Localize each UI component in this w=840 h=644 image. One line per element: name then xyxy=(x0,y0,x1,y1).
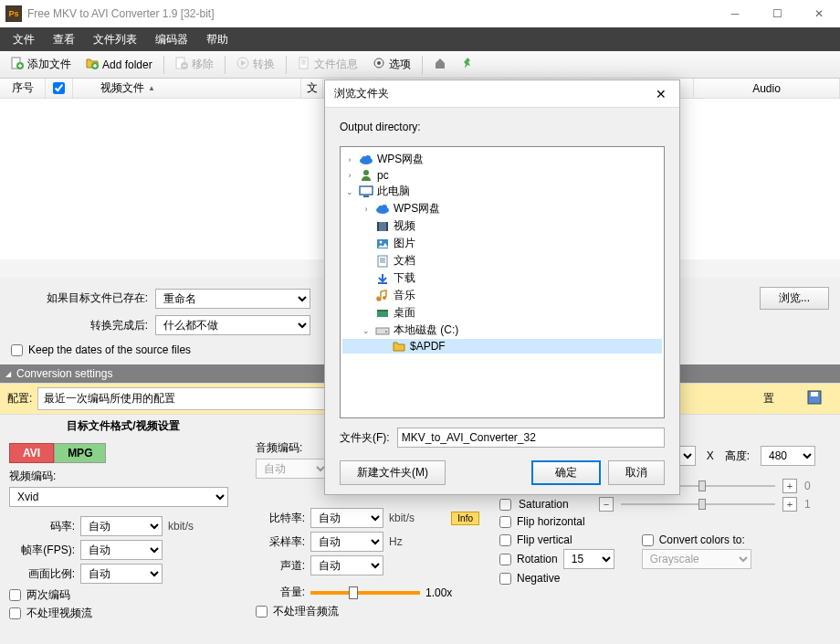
folder-tree[interactable]: ›WPS网盘›pc⌄此电脑›WPS网盘视频图片文档下载音乐桌面⌄本地磁盘 (C:… xyxy=(340,146,665,418)
convert-colors-checkbox[interactable] xyxy=(642,534,654,546)
flip-h-checkbox[interactable] xyxy=(499,516,511,528)
folder-name-input[interactable] xyxy=(397,428,665,448)
expand-icon[interactable]: ⌄ xyxy=(361,326,372,335)
tree-item-label: WPS网盘 xyxy=(377,152,424,167)
cancel-button[interactable]: 取消 xyxy=(608,460,665,485)
menu-help[interactable]: 帮助 xyxy=(197,28,237,51)
tree-item-label: 图片 xyxy=(394,236,415,251)
expand-icon[interactable]: › xyxy=(344,155,355,164)
tab-avi[interactable]: AVI xyxy=(9,443,54,463)
bitrate-select[interactable]: 自动 xyxy=(80,516,163,536)
tree-item[interactable]: ›pc xyxy=(342,168,662,183)
col-seq[interactable]: 序号 xyxy=(0,79,46,98)
tree-item[interactable]: 视频 xyxy=(342,217,662,235)
audio-bitrate-select[interactable]: 自动 xyxy=(310,508,383,528)
aspect-select[interactable]: 自动 xyxy=(80,564,163,584)
menu-view[interactable]: 查看 xyxy=(44,28,84,51)
expand-icon[interactable]: › xyxy=(361,205,372,214)
tree-item-label: 文档 xyxy=(394,253,415,269)
menu-file[interactable]: 文件 xyxy=(4,28,44,51)
channels-select[interactable]: 自动 xyxy=(310,555,383,575)
skip-video-checkbox[interactable] xyxy=(9,607,21,619)
minimize-button[interactable]: ─ xyxy=(714,0,756,27)
ok-button[interactable]: 确定 xyxy=(531,460,601,485)
if-exists-select[interactable]: 重命名 xyxy=(155,289,310,309)
add-folder-button[interactable]: Add folder xyxy=(80,54,158,75)
video-codec-select[interactable]: Xvid xyxy=(9,487,228,507)
svg-rect-16 xyxy=(363,195,369,197)
menu-file-list[interactable]: 文件列表 xyxy=(84,28,146,51)
x-label: X xyxy=(707,449,714,462)
tree-item-label: 音乐 xyxy=(394,288,415,303)
info-badge[interactable]: Info xyxy=(451,512,479,525)
tab-mpg[interactable]: MPG xyxy=(54,443,106,463)
fps-select[interactable]: 自动 xyxy=(80,540,163,560)
home-button[interactable] xyxy=(428,54,452,75)
aspect-label: 画面比例: xyxy=(9,566,75,582)
expand-icon[interactable]: › xyxy=(344,171,355,180)
truncated-label: 置 xyxy=(763,391,774,406)
col-audio[interactable]: Audio xyxy=(694,79,840,98)
drive-icon xyxy=(375,324,390,337)
tree-item[interactable]: ›WPS网盘 xyxy=(342,200,662,217)
collapse-icon: ◢ xyxy=(5,370,11,378)
svg-point-24 xyxy=(380,240,383,243)
flip-v-checkbox[interactable] xyxy=(499,534,511,546)
config-save-icon[interactable] xyxy=(807,390,822,407)
samplerate-label: 采样率: xyxy=(256,534,305,550)
svg-rect-29 xyxy=(377,310,388,311)
close-button[interactable]: ✕ xyxy=(798,0,840,27)
tree-item[interactable]: ›WPS网盘 xyxy=(342,151,662,168)
keep-dates-checkbox[interactable] xyxy=(11,344,23,356)
saturation-minus[interactable]: − xyxy=(599,497,614,512)
tree-item[interactable]: ⌄本地磁盘 (C:) xyxy=(342,322,662,339)
convert-button[interactable]: 转换 xyxy=(231,54,280,75)
height-select[interactable]: 480 xyxy=(761,446,815,466)
convert-colors-select[interactable]: Grayscale xyxy=(642,549,751,569)
remove-button[interactable]: 移除 xyxy=(170,54,219,75)
tree-item[interactable]: ⌄此电脑 xyxy=(342,183,662,200)
select-all-checkbox[interactable] xyxy=(53,82,65,94)
expand-icon[interactable]: ⌄ xyxy=(344,187,355,196)
tree-item[interactable]: 图片 xyxy=(342,235,662,252)
svg-rect-30 xyxy=(376,328,389,334)
volume-slider[interactable] xyxy=(310,591,420,595)
browse-button[interactable]: 浏览... xyxy=(760,287,829,310)
after-convert-select[interactable]: 什么都不做 xyxy=(155,315,310,335)
pin-button[interactable] xyxy=(456,54,479,75)
pc-icon xyxy=(359,185,373,198)
maximize-button[interactable]: ☐ xyxy=(756,0,798,27)
two-pass-checkbox[interactable] xyxy=(9,589,21,601)
file-info-button[interactable]: 文件信息 xyxy=(292,54,363,75)
user-icon xyxy=(359,169,373,182)
add-file-button[interactable]: 添加文件 xyxy=(5,54,77,75)
svg-point-31 xyxy=(385,331,387,333)
pic-icon xyxy=(375,238,390,250)
skip-audio-checkbox[interactable] xyxy=(256,606,268,618)
col-truncated[interactable]: 文 xyxy=(301,79,323,98)
col-checkbox[interactable] xyxy=(46,79,73,98)
saturation-checkbox[interactable] xyxy=(499,499,511,511)
negative-checkbox[interactable] xyxy=(499,573,511,585)
col-video-file[interactable]: 视频文件▲ xyxy=(73,79,301,98)
menu-encoder[interactable]: 编码器 xyxy=(146,28,197,51)
audio-codec-select[interactable]: 自动 xyxy=(256,459,329,479)
saturation-slider[interactable] xyxy=(621,503,775,505)
browse-folder-dialog: 浏览文件夹 ✕ Output directory: ›WPS网盘›pc⌄此电脑›… xyxy=(324,79,680,495)
svg-rect-15 xyxy=(360,186,373,195)
tree-item[interactable]: 桌面 xyxy=(342,304,662,322)
tree-item[interactable]: 下载 xyxy=(342,269,662,287)
tree-item[interactable]: 文档 xyxy=(342,252,662,269)
dialog-close-button[interactable]: ✕ xyxy=(652,87,670,101)
tree-item[interactable]: 音乐 xyxy=(342,287,662,304)
options-button[interactable]: 选项 xyxy=(367,54,416,75)
samplerate-select[interactable]: 自动 xyxy=(310,532,383,552)
rotation-checkbox[interactable] xyxy=(499,554,511,565)
saturation-plus[interactable]: + xyxy=(782,497,797,512)
brightness-plus[interactable]: + xyxy=(782,479,797,493)
add-file-icon xyxy=(11,57,24,72)
desk-icon xyxy=(375,307,390,320)
new-folder-button[interactable]: 新建文件夹(M) xyxy=(340,460,446,485)
tree-item[interactable]: $APDF xyxy=(342,339,662,354)
rotation-select[interactable]: 15 xyxy=(563,549,614,569)
